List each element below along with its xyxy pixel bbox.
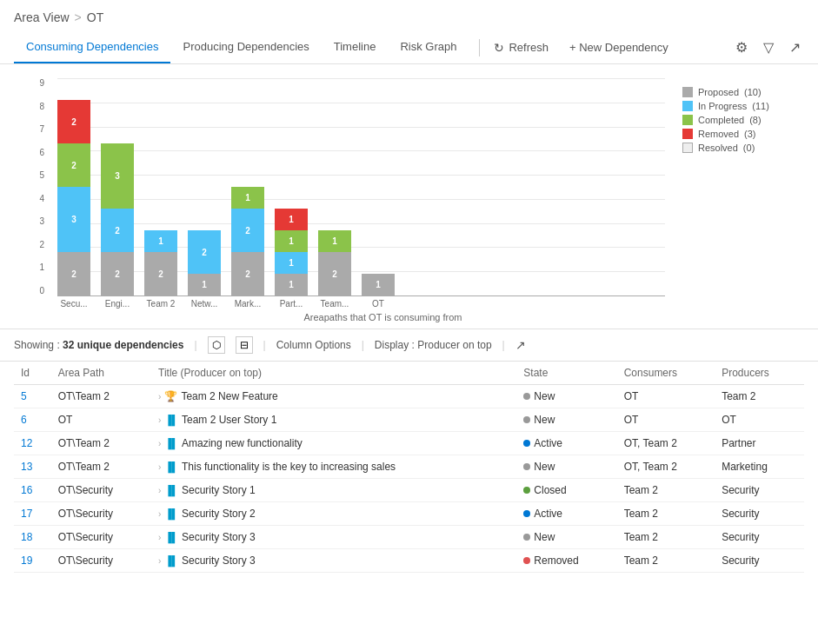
cell-id: 16 <box>14 479 51 502</box>
story-icon: ▐▌ <box>164 438 178 448</box>
cell-area-path: OT\Security <box>51 502 151 526</box>
state-dot <box>523 440 530 447</box>
refresh-label: Refresh <box>509 41 549 54</box>
cell-id: 5 <box>14 385 51 408</box>
bar-engi: 2 2 3 <box>101 143 134 295</box>
bars-area: 2 3 2 2 2 2 3 2 <box>57 78 665 295</box>
new-dependency-button[interactable]: + New Dependency <box>566 34 672 61</box>
new-dependency-label: + New Dependency <box>569 41 668 54</box>
x-axis-title: Areapaths that OT is consuming from <box>57 312 665 322</box>
cell-state: New <box>516 455 616 479</box>
id-link[interactable]: 13 <box>21 461 32 473</box>
showing-count: 32 unique dependencies <box>63 339 183 351</box>
legend-completed: Completed (8) <box>682 115 787 125</box>
id-link[interactable]: 18 <box>21 531 32 543</box>
cell-id: 18 <box>14 526 51 549</box>
filter-button[interactable]: ▽ <box>760 36 777 59</box>
cell-title: › ▐▌ Security Story 3 <box>151 526 516 549</box>
cell-producers: Team 2 <box>715 385 804 408</box>
state-text: New <box>534 414 555 426</box>
state-text: New <box>534 531 555 543</box>
expand-arrow: › <box>158 509 161 519</box>
title-text: Security Story 1 <box>182 484 256 496</box>
display-label: Display : Producer on top <box>375 339 492 351</box>
cell-id: 19 <box>14 549 51 573</box>
cell-producers: OT <box>715 408 804 432</box>
cell-title: › ▐▌ Security Story 1 <box>151 479 516 502</box>
cell-consumers: Team 2 <box>617 502 715 526</box>
cell-producers: Security <box>715 502 804 526</box>
expand-button[interactable]: ↗ <box>786 36 804 59</box>
settings-button[interactable]: ⚙ <box>732 36 751 59</box>
state-text: Active <box>534 508 562 520</box>
collapse-table-button[interactable]: ⊟ <box>236 336 253 354</box>
cell-id: 6 <box>14 408 51 432</box>
cell-producers: Security <box>715 479 804 502</box>
tab-actions: ↻ Refresh + New Dependency <box>490 34 671 62</box>
bar-netw: 1 2 <box>188 230 221 295</box>
legend-resolved: Resolved (0) <box>682 143 787 153</box>
refresh-button[interactable]: ↻ Refresh <box>490 34 552 62</box>
state-dot <box>523 463 530 470</box>
breadcrumb-sep: > <box>75 10 82 24</box>
tab-consuming[interactable]: Consuming Dependencies <box>14 31 170 63</box>
legend-proposed: Proposed (10) <box>682 87 787 97</box>
table-row: 16 OT\Security › ▐▌ Security Story 1 Clo… <box>14 479 804 502</box>
cell-id: 13 <box>14 455 51 479</box>
story-icon: ▐▌ <box>164 555 178 566</box>
cell-area-path: OT\Security <box>51 549 151 573</box>
id-link[interactable]: 6 <box>21 414 27 426</box>
cell-consumers: OT, Team 2 <box>617 455 715 479</box>
cell-state: Closed <box>516 479 616 502</box>
table-row: 17 OT\Security › ▐▌ Security Story 2 Act… <box>14 502 804 526</box>
table-row: 18 OT\Security › ▐▌ Security Story 3 New… <box>14 526 804 549</box>
chart-legend: Proposed (10) In Progress (11) Completed… <box>665 78 804 162</box>
breadcrumb: Area View > OT <box>0 0 818 31</box>
col-id: Id <box>14 362 51 385</box>
state-dot <box>523 557 530 564</box>
cell-consumers: Team 2 <box>617 526 715 549</box>
refresh-icon: ↻ <box>494 41 504 55</box>
title-text: Team 2 User Story 1 <box>182 414 276 426</box>
cell-title: › ▐▌ Security Story 3 <box>151 549 516 573</box>
column-options[interactable]: Column Options <box>276 339 351 351</box>
cell-area-path: OT\Security <box>51 526 151 549</box>
bar-team: 2 1 <box>318 230 351 295</box>
bar-part: 1 1 1 1 <box>275 209 308 295</box>
cell-title: › ▐▌ Amazing new functionality <box>151 432 516 455</box>
expand-table-button[interactable]: ⬡ <box>208 336 225 354</box>
state-text: Closed <box>534 484 566 496</box>
table-row: 13 OT\Team 2 › ▐▌ This functionality is … <box>14 455 804 479</box>
bars-wrapper: 2 3 2 2 2 2 3 2 <box>57 78 665 295</box>
id-link[interactable]: 12 <box>21 437 32 449</box>
title-text: Security Story 3 <box>182 554 256 567</box>
expand-arrow: › <box>158 533 161 542</box>
tab-timeline[interactable]: Timeline <box>322 31 389 63</box>
cell-title: › ▐▌ Team 2 User Story 1 <box>151 408 516 432</box>
cell-state: New <box>516 385 616 408</box>
story-icon: ▐▌ <box>164 508 178 519</box>
cell-producers: Security <box>715 549 804 573</box>
story-icon: ▐▌ <box>164 532 178 542</box>
tab-risk[interactable]: Risk Graph <box>388 31 469 63</box>
fullscreen-icon[interactable]: ↗ <box>515 338 526 352</box>
tab-producing[interactable]: Producing Dependencies <box>170 31 321 63</box>
state-dot <box>523 487 530 494</box>
cell-title: › ▐▌ This functionality is the key to in… <box>151 455 516 479</box>
bar-secu: 2 3 2 2 <box>57 100 90 295</box>
id-link[interactable]: 17 <box>21 508 32 520</box>
cell-state: Active <box>516 432 616 455</box>
id-link[interactable]: 19 <box>21 554 32 567</box>
cell-state: New <box>516 526 616 549</box>
expand-arrow: › <box>158 462 161 472</box>
tabs-bar: Consuming Dependencies Producing Depende… <box>0 31 818 64</box>
table-row: 6 OT › ▐▌ Team 2 User Story 1 New OT OT <box>14 408 804 432</box>
cell-state: Removed <box>516 549 616 573</box>
id-link[interactable]: 16 <box>21 484 32 496</box>
cell-state: New <box>516 408 616 432</box>
cell-producers: Security <box>715 526 804 549</box>
breadcrumb-area[interactable]: Area View <box>14 10 70 24</box>
id-link[interactable]: 5 <box>21 390 27 402</box>
x-axis-labels: Secu... Engi... Team 2 Netw... Mark... P… <box>57 299 665 309</box>
cell-state: Active <box>516 502 616 526</box>
